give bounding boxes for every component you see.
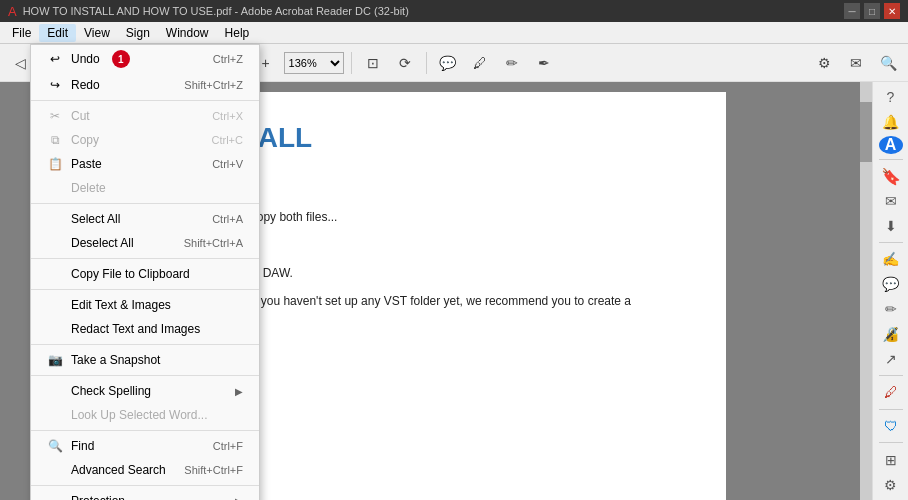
pdf-heading: INSTALL [196,122,676,154]
stamp-toolbar-button[interactable]: ✒ [530,49,558,77]
copy-icon: ⧉ [47,133,63,147]
edit-dropdown-menu: ↩ Undo 1 Ctrl+Z ↪ Redo Shift+Ctrl+Z ✂ Cu… [30,44,260,500]
menu-sep-3 [31,258,259,259]
menu-sep-8 [31,485,259,486]
paste-icon: 📋 [47,157,63,171]
pencil-tool-button[interactable]: ✏ [876,298,906,321]
menu-deselect-all[interactable]: Deselect All Shift+Ctrl+A [31,231,259,255]
fit-page-button[interactable]: ⊡ [359,49,387,77]
find-toolbar-button[interactable]: 🔍 [874,49,902,77]
protect-tool-button[interactable]: 🛡 [876,415,906,438]
undo-shortcut: Ctrl+Z [213,53,243,65]
menu-copy: ⧉ Copy Ctrl+C [31,128,259,152]
menu-window[interactable]: Window [158,24,217,42]
scrollbar-thumb[interactable] [860,102,872,162]
paste-label: Paste [71,157,102,171]
redo-label: Redo [71,78,100,92]
menu-redo[interactable]: ↪ Redo Shift+Ctrl+Z [31,73,259,97]
find-icon: 🔍 [47,439,63,453]
menu-edit[interactable]: Edit [39,24,76,42]
menu-sep-6 [31,375,259,376]
help-tool-button[interactable]: ? [876,86,906,109]
zoom-select[interactable]: 136% 100% 75% 50% [284,52,344,74]
redact-tool-button[interactable]: 🔏 [876,323,906,346]
select-all-label: Select All [71,212,120,226]
copy-file-label: Copy File to Clipboard [71,267,190,281]
menu-protection[interactable]: Protection ▶ [31,489,259,500]
maximize-button[interactable]: □ [864,3,880,19]
draw-button[interactable]: ✏ [498,49,526,77]
advanced-search-shortcut: Shift+Ctrl+F [184,464,243,476]
arrow-tool-button[interactable]: ⊞ [876,448,906,471]
pdf-text-1: ip file and copy both files... [196,208,676,226]
check-spelling-arrow: ▶ [235,386,243,397]
account-tool-button[interactable]: A [879,136,903,154]
close-button[interactable]: ✕ [884,3,900,19]
app-icon: A [8,4,17,19]
share-button[interactable]: ✉ [842,49,870,77]
menu-file[interactable]: File [4,24,39,42]
menu-redact-text[interactable]: Redact Text and Images [31,317,259,341]
comment-toolbar-button[interactable]: 💬 [434,49,462,77]
undo-icon: ↩ [47,52,63,66]
menu-sep-4 [31,289,259,290]
advanced-search-label: Advanced Search [71,463,166,477]
menu-advanced-search[interactable]: Advanced Search Shift+Ctrl+F [31,458,259,482]
pdf-text-3: Ilder of your DAW. [196,264,676,282]
tools-panel-button[interactable]: ⚙ [810,49,838,77]
email-tool-button[interactable]: ✉ [876,190,906,213]
menu-view[interactable]: View [76,24,118,42]
protection-arrow: ▶ [235,496,243,501]
menu-select-all[interactable]: Select All Ctrl+A [31,207,259,231]
bookmark-tool-button[interactable]: 🔖 [876,165,906,188]
toolbar-separator-3 [351,52,352,74]
download-tool-button[interactable]: ⬇ [876,214,906,237]
right-sidebar-sep-4 [879,409,903,410]
sign-tool-button[interactable]: ✍ [876,248,906,271]
rotate-button[interactable]: ⟳ [391,49,419,77]
menu-sign[interactable]: Sign [118,24,158,42]
fill-tool-button[interactable]: 🖊 [876,381,906,404]
redo-icon: ↪ [47,78,63,92]
right-sidebar-sep-5 [879,442,903,443]
minimize-button[interactable]: ─ [844,3,860,19]
right-sidebar: ? 🔔 A 🔖 ✉ ⬇ ✍ 💬 ✏ 🔏 ↗ 🖊 🛡 ⊞ ⚙ [872,82,908,500]
menu-undo[interactable]: ↩ Undo 1 Ctrl+Z [31,45,259,73]
pdf-subheading: OWS [196,166,676,192]
edit-text-label: Edit Text & Images [71,298,171,312]
right-sidebar-sep-3 [879,375,903,376]
snapshot-label: Take a Snapshot [71,353,160,367]
deselect-all-label: Deselect All [71,236,134,250]
paste-shortcut: Ctrl+V [212,158,243,170]
cut-label: Cut [71,109,90,123]
menu-bar: File Edit View Sign Window Help [0,22,908,44]
menu-sep-1 [31,100,259,101]
notifications-tool-button[interactable]: 🔔 [876,111,906,134]
menu-help[interactable]: Help [217,24,258,42]
menu-find[interactable]: 🔍 Find Ctrl+F [31,434,259,458]
menu-copy-file[interactable]: Copy File to Clipboard [31,262,259,286]
menu-edit-text[interactable]: Edit Text & Images [31,293,259,317]
redact-text-label: Redact Text and Images [71,322,200,336]
menu-sep-7 [31,430,259,431]
menu-delete: Delete [31,176,259,200]
protection-label: Protection [71,494,125,500]
vertical-scrollbar[interactable] [860,82,872,500]
export-tool-button[interactable]: ↗ [876,347,906,370]
menu-paste[interactable]: 📋 Paste Ctrl+V [31,152,259,176]
right-sidebar-sep-1 [879,159,903,160]
cut-shortcut: Ctrl+X [212,110,243,122]
pdf-text-2: ntent.pdk [196,236,676,254]
undo-label: Undo [71,52,100,66]
find-label: Find [71,439,94,453]
menu-snapshot[interactable]: 📷 Take a Snapshot [31,348,259,372]
menu-check-spelling[interactable]: Check Spelling ▶ [31,379,259,403]
highlight-button[interactable]: 🖊 [466,49,494,77]
title-bar: A HOW TO INSTALL AND HOW TO USE.pdf - Ad… [0,0,908,22]
menu-lookup-word: Look Up Selected Word... [31,403,259,427]
menu-sep-2 [31,203,259,204]
toolbar-separator-4 [426,52,427,74]
select-all-shortcut: Ctrl+A [212,213,243,225]
settings-tool-button[interactable]: ⚙ [876,473,906,496]
comment-tool-button[interactable]: 💬 [876,273,906,296]
